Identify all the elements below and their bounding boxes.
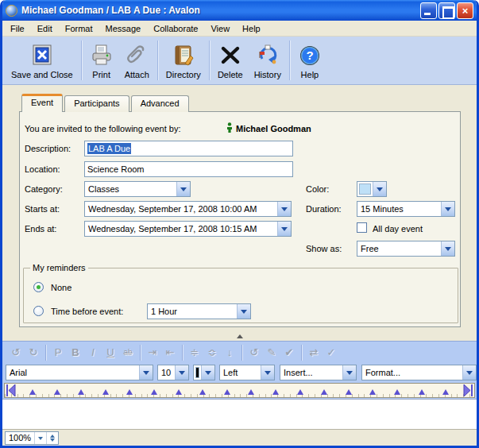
tab-advanced[interactable]: Advanced [131, 95, 189, 112]
right-margin-marker-icon[interactable] [463, 384, 473, 398]
ruler-tabstop-icon[interactable] [419, 386, 425, 395]
plain-style-icon[interactable]: P [49, 346, 67, 358]
chevron-down-icon[interactable] [277, 222, 291, 236]
maximize-button[interactable] [438, 2, 455, 19]
spacing-before-icon[interactable]: ≑ [186, 346, 203, 358]
revert-icon[interactable]: ↺ [245, 346, 263, 358]
ruler-tabstop-icon[interactable] [224, 386, 230, 395]
history-button[interactable]: History [249, 38, 287, 83]
help-button[interactable]: ? Help [292, 38, 327, 83]
tab-event[interactable]: Event [21, 94, 63, 112]
text-color-select[interactable] [193, 365, 215, 380]
tab-participants[interactable]: Participants [64, 95, 129, 112]
ruler-tabstop-icon[interactable] [199, 386, 206, 395]
chevron-down-icon[interactable] [277, 202, 291, 216]
delete-button[interactable]: Delete [212, 38, 249, 83]
spell-check-icon[interactable]: ✓ [323, 346, 340, 358]
chevron-down-icon[interactable] [176, 182, 190, 196]
underline-icon[interactable]: U [102, 346, 119, 358]
minimize-button[interactable] [420, 2, 437, 19]
ends-at-select[interactable]: Wednesday, September 17, 2008 10:15 AM [84, 221, 292, 237]
ruler-tabstop-icon[interactable] [442, 386, 449, 395]
duration-select[interactable]: 15 Minutes [357, 201, 455, 217]
toolbar-separator [157, 41, 158, 80]
reminder-time-radio[interactable] [33, 306, 44, 316]
ruler-tabstop-icon[interactable] [29, 386, 36, 395]
chevron-down-icon[interactable] [175, 365, 188, 380]
ruler-tabstop-icon[interactable] [78, 386, 84, 395]
chevron-down-icon[interactable] [441, 241, 454, 256]
spinner-down-icon[interactable] [50, 438, 55, 444]
indent-more-icon[interactable]: ⇥ [144, 346, 161, 358]
zoom-spinner[interactable] [46, 432, 58, 444]
save-and-close-button[interactable]: Save and Close [6, 38, 79, 83]
ruler-tabstop-icon[interactable] [272, 386, 279, 395]
left-margin-marker-icon[interactable] [6, 384, 16, 398]
close-button[interactable]: × [457, 2, 473, 19]
reminder-time-select[interactable]: 1 Hour [147, 303, 251, 319]
color-select[interactable] [357, 181, 387, 197]
reminder-time-label: Time before event: [51, 307, 123, 316]
chevron-down-icon[interactable] [441, 202, 454, 216]
menu-item-edit[interactable]: Edit [31, 21, 59, 36]
find-replace-icon[interactable]: ⇄ [305, 346, 323, 358]
move-down-icon[interactable]: ↓ [221, 346, 238, 358]
ruler-tabstop-icon[interactable] [176, 386, 182, 395]
ruler-tabstop-icon[interactable] [102, 386, 109, 395]
ruler-tabstop-icon[interactable] [394, 386, 400, 395]
menu-item-collaborate[interactable]: Collaborate [147, 21, 204, 36]
ruler-tabstop-icon[interactable] [297, 386, 303, 395]
attach-button[interactable]: Attach [119, 38, 155, 83]
approve-icon[interactable]: ✔ [280, 346, 298, 358]
ruler-tabstop-icon[interactable] [126, 386, 133, 395]
menu-item-help[interactable]: Help [236, 21, 267, 36]
ruler-tabstop-icon[interactable] [321, 386, 327, 395]
message-body[interactable] [2, 399, 477, 429]
bold-icon[interactable]: B [67, 346, 84, 358]
print-button[interactable]: Print [84, 38, 119, 83]
show-as-select[interactable]: Free [357, 241, 455, 257]
collapse-handle-icon[interactable] [237, 331, 243, 338]
ruler-tabstop-icon[interactable] [346, 386, 352, 395]
menu-item-view[interactable]: View [204, 21, 236, 36]
reminder-none-radio[interactable] [33, 282, 44, 292]
chevron-down-icon[interactable] [237, 304, 250, 319]
directory-button[interactable]: Directory [160, 38, 207, 83]
starts-at-select[interactable]: Wednesday, September 17, 2008 10:00 AM [84, 201, 292, 217]
chevron-down-icon[interactable] [342, 365, 356, 380]
chevron-down-icon[interactable] [462, 365, 476, 380]
chevron-down-icon[interactable] [373, 182, 386, 196]
ends-at-label: Ends at: [25, 224, 56, 234]
ruler-tabstop-icon[interactable] [248, 386, 254, 395]
insert-select[interactable]: Insert... [280, 365, 357, 380]
ruler[interactable] [4, 383, 475, 398]
chevron-down-icon[interactable] [34, 432, 46, 444]
font-size-select[interactable]: 10 [157, 365, 189, 380]
redo-icon[interactable]: ↻ [25, 346, 42, 358]
menu-item-format[interactable]: Format [59, 21, 99, 36]
chevron-down-icon[interactable] [139, 365, 153, 380]
spacing-after-icon[interactable]: ≎ [203, 346, 221, 358]
zoom-control[interactable]: 100% [5, 431, 59, 445]
chevron-down-icon[interactable] [261, 365, 274, 380]
ruler-tabstop-icon[interactable] [369, 386, 376, 395]
description-input[interactable]: LAB A Due [84, 141, 293, 156]
indent-less-icon[interactable]: ⇤ [161, 346, 179, 358]
ruler-tabstop-icon[interactable] [54, 386, 60, 395]
menu-item-message[interactable]: Message [99, 21, 148, 36]
titlebar[interactable]: Michael Goodman / LAB A Due : Avalon × [2, 0, 477, 21]
menu-item-file[interactable]: File [4, 21, 31, 36]
location-input[interactable]: Science Room [84, 161, 293, 177]
undo-icon[interactable]: ↺ [7, 346, 25, 358]
italic-icon[interactable]: I [84, 346, 102, 358]
category-select[interactable]: Classes [84, 181, 191, 197]
format-select[interactable]: Format... [361, 365, 477, 380]
alignment-select[interactable]: Left [219, 365, 275, 380]
strikethrough-icon[interactable]: ab [119, 348, 137, 357]
all-day-checkbox[interactable] [357, 222, 367, 233]
ruler-tabstop-icon[interactable] [151, 386, 157, 395]
font-family-select[interactable]: Arial [6, 365, 153, 380]
chevron-down-icon[interactable] [201, 365, 214, 380]
spinner-up-icon[interactable] [50, 432, 55, 438]
sign-icon[interactable]: ✎ [263, 346, 280, 358]
